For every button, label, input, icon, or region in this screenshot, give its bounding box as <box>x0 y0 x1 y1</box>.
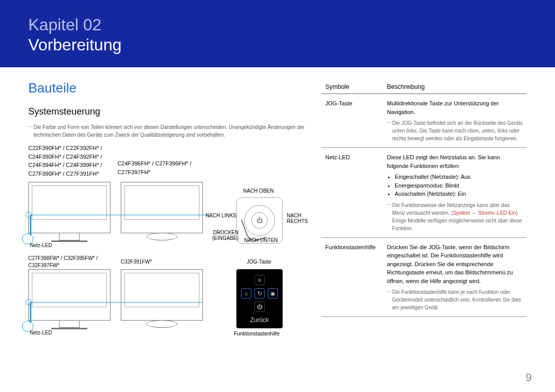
model-text: C24F390FH* / C24F392FH* / <box>28 153 102 161</box>
model-text: C27F390FH* / C27F391FH* <box>28 170 102 178</box>
top-note: Die Farbe und Form von Teilen können sic… <box>28 123 306 139</box>
description-table: Symbole Beschreibung JOG-Taste Multidire… <box>321 80 527 317</box>
nach-unten-label: NACH UNTEN <box>244 237 278 243</box>
connector-line <box>30 302 202 303</box>
th-beschreibung: Beschreibung <box>383 80 527 94</box>
table-row: Netz-LED Diese LED zeigt den Netzstatus … <box>321 148 527 238</box>
row-main-text: Multidirektionale Taste zur Unterstützun… <box>387 99 523 116</box>
section-title-systemsteuerung: Systemsteuerung <box>28 106 306 117</box>
model-labels-row1: C22F390FH* / C22F392FH* / C24F390FH* / C… <box>28 144 306 178</box>
table-row: JOG-Taste Multidirektionale Taste zur Un… <box>321 94 527 148</box>
nach-rechts-label: NACH RECHTS <box>287 213 308 224</box>
nach-oben-label: NACH OBEN <box>243 188 273 194</box>
connector-line <box>30 302 31 323</box>
row-label: Netz-LED <box>321 148 383 238</box>
netz-led-label: Netz-LED <box>30 330 52 335</box>
osd-panel-illustration: ≡ ☼ ↻ ◉ ⏻ Zurück <box>236 269 283 328</box>
osd-menu-icon: ≡ <box>254 275 265 285</box>
section-title-bauteile: Bauteile <box>28 80 306 96</box>
page-number: 9 <box>526 371 532 384</box>
monitor-illustration: · · · <box>121 182 203 233</box>
list-item: Energiesparmodus: Blinkt <box>395 181 523 190</box>
jog-control-illustration: ⏻ <box>236 197 283 244</box>
druecken-label: DRÜCKEN(EINGABE) <box>212 230 238 241</box>
nach-links-label: NACH LINKS <box>206 213 236 218</box>
model-text: C24F394FH* / C24F399FH* / <box>28 161 102 170</box>
connector-line <box>30 215 31 235</box>
row-note: Die JOG-Taste befindet sich an der Rücks… <box>387 119 523 142</box>
row-note: Die Funktionsweise der Netzanzeige kann … <box>387 201 523 232</box>
row-label: JOG-Taste <box>321 94 383 148</box>
highlight-text: System <box>453 210 470 216</box>
row-main-text: Drücken Sie die JOG-Taste, wenn der Bild… <box>387 243 523 286</box>
jog-taste-label: JOG-Taste <box>247 259 271 265</box>
row-bullets: Eingeschaltet (Netztaste): Aus Energiesp… <box>387 173 523 198</box>
osd-power-icon: ⏻ <box>254 302 265 312</box>
netz-led-label: Netz-LED <box>30 242 52 248</box>
osd-back-label: Zurück <box>240 316 279 324</box>
model-text: C24F396FH* / C27F396FH* / <box>118 159 192 168</box>
highlight-text: Stromv.-LED Ein <box>478 210 516 216</box>
funktionstastenhilfe-label: Funktionstastenhilfe <box>234 331 280 337</box>
th-symbole: Symbole <box>321 80 383 94</box>
monitor-illustration: · · · <box>28 182 110 233</box>
page-header: Kapitel 02 Vorbereitung <box>0 0 555 67</box>
right-column: Symbole Beschreibung JOG-Taste Multidire… <box>321 80 527 346</box>
osd-return-icon: ↻ <box>254 288 265 298</box>
model-text: C27F397FH* <box>118 168 192 177</box>
row-label: Funktionstastenhilfe <box>321 237 383 317</box>
list-item: Ausschalten (Netztaste): Ein <box>395 190 523 198</box>
diagram-area: · · · · · · Netz-LED C27F398FW* / C32F39… <box>28 182 306 346</box>
model-col-1: C22F390FH* / C22F392FH* / C24F390FH* / C… <box>28 144 102 178</box>
monitor-illustration: · · · <box>28 269 110 321</box>
osd-brightness-icon: ☼ <box>241 288 251 298</box>
model-label-row2-2: C32F391FW* <box>121 259 152 265</box>
list-item: Eingeschaltet (Netztaste): Aus <box>395 173 523 181</box>
model-label-row2-1: C27F398FW* / C32F395FW* / C32F397FW* <box>28 255 110 269</box>
row-main-text: Diese LED zeigt den Netzstatus an. Sie k… <box>387 153 523 170</box>
left-column: Bauteile Systemsteuerung Die Farbe und F… <box>28 80 306 346</box>
chapter-subtitle: Vorbereitung <box>28 35 527 54</box>
chapter-number: Kapitel 02 <box>28 15 527 34</box>
monitor-illustration: · · · <box>121 269 203 321</box>
model-col-2: C24F396FH* / C27F396FH* / C27F397FH* <box>118 144 192 178</box>
osd-eye-icon: ◉ <box>268 288 278 298</box>
row-note: Die Funktionstastenhilfe kann je nach Fu… <box>387 288 523 311</box>
table-row: Funktionstastenhilfe Drücken Sie die JOG… <box>321 237 527 317</box>
model-text: C22F390FH* / C22F392FH* / <box>28 144 102 153</box>
connector-line <box>30 215 210 215</box>
